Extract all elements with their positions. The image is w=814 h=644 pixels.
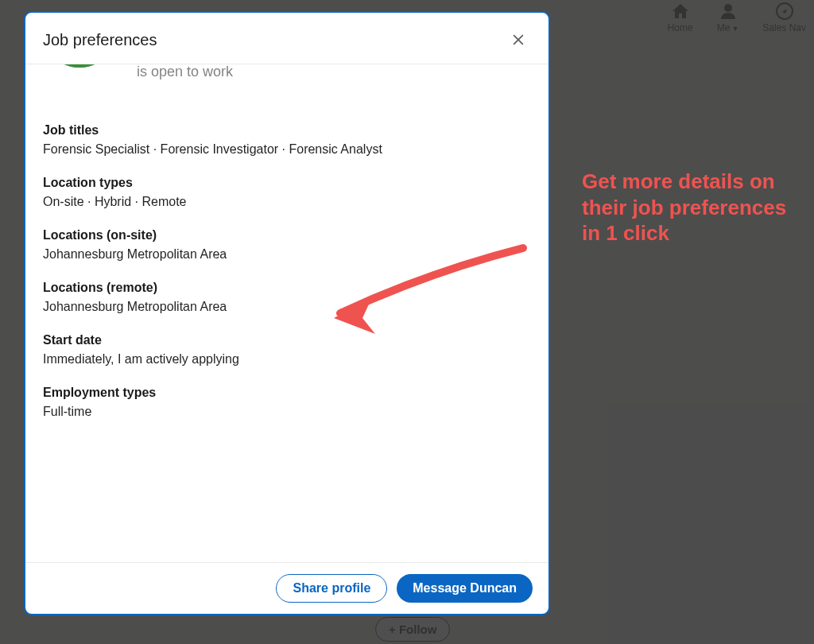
modal-title: Job preferences bbox=[43, 31, 157, 49]
share-profile-button[interactable]: Share profile bbox=[276, 574, 387, 603]
section-start-date: Start date Immediately, I am actively ap… bbox=[43, 333, 531, 367]
section-job-titles: Job titles Forensic Specialist · Forensi… bbox=[43, 123, 531, 157]
profile-row: OPENTOWORK is open to work bbox=[43, 64, 531, 101]
label-start-date: Start date bbox=[43, 333, 531, 347]
annotation-callout: Get more details on their job preference… bbox=[582, 169, 804, 246]
label-locations-onsite: Locations (on-site) bbox=[43, 228, 531, 242]
modal-header: Job preferences bbox=[25, 13, 548, 64]
value-start-date: Immediately, I am actively applying bbox=[43, 352, 531, 367]
section-location-types: Location types On-site · Hybrid · Remote bbox=[43, 176, 531, 209]
label-location-types: Location types bbox=[43, 176, 531, 190]
open-to-work-status: is open to work bbox=[137, 64, 233, 80]
section-locations-remote: Locations (remote) Johannesburg Metropol… bbox=[43, 281, 531, 314]
value-locations-remote: Johannesburg Metropolitan Area bbox=[43, 300, 531, 314]
avatar: OPENTOWORK bbox=[43, 64, 122, 101]
message-button[interactable]: Message Duncan bbox=[397, 574, 533, 603]
modal-footer: Share profile Message Duncan bbox=[25, 562, 548, 614]
label-locations-remote: Locations (remote) bbox=[43, 281, 531, 295]
job-preferences-modal: Job preferences OPENTOWORK is open to wo… bbox=[24, 11, 550, 615]
close-icon bbox=[510, 32, 526, 48]
label-job-titles: Job titles bbox=[43, 123, 531, 138]
modal-body: OPENTOWORK is open to work Job titles Fo… bbox=[25, 64, 548, 562]
section-locations-onsite: Locations (on-site) Johannesburg Metropo… bbox=[43, 228, 531, 262]
open-to-work-ring: OPENTOWORK bbox=[43, 64, 116, 68]
value-employment-types: Full-time bbox=[43, 405, 531, 419]
page-wrapper: Home Me▼ Sales Nav + Follow Job preferen… bbox=[0, 0, 814, 644]
value-job-titles: Forensic Specialist · Forensic Investiga… bbox=[43, 142, 531, 157]
value-locations-onsite: Johannesburg Metropolitan Area bbox=[43, 247, 531, 262]
label-employment-types: Employment types bbox=[43, 386, 531, 400]
close-button[interactable] bbox=[506, 27, 531, 52]
section-employment-types: Employment types Full-time bbox=[43, 386, 531, 419]
value-location-types: On-site · Hybrid · Remote bbox=[43, 195, 531, 209]
